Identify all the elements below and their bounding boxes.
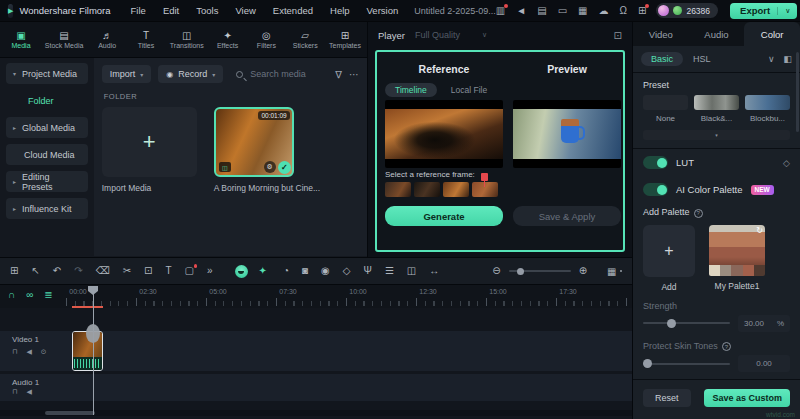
help-icon[interactable]: ? [722, 342, 731, 351]
tab-stickers[interactable]: ▱ Stickers [290, 31, 320, 49]
device-icon[interactable]: ▭ [558, 6, 567, 16]
color-match-icon[interactable] [235, 265, 248, 278]
sidebar-item-influence-kit[interactable]: ▸ Influence Kit [6, 198, 88, 219]
redo-icon[interactable]: ↷ [74, 266, 82, 276]
protect-value-box[interactable]: 0.00 [738, 355, 790, 372]
chevron-down-icon[interactable]: ∨ [768, 54, 775, 64]
reference-thumb-1[interactable] [385, 182, 411, 197]
mic-icon[interactable]: Ψ [364, 266, 372, 276]
subtab-basic[interactable]: Basic [641, 52, 683, 66]
mask-icon[interactable]: ▢ [185, 266, 194, 276]
tab-stock-media[interactable]: ▤ Stock Media [45, 31, 84, 49]
eye-icon[interactable]: ⊙ [41, 348, 47, 356]
sidebar-item-cloud-media[interactable]: Cloud Media [6, 144, 88, 165]
headset-icon[interactable]: Ω [620, 6, 627, 16]
search-input[interactable] [248, 68, 328, 80]
gear-icon[interactable]: ⚙ [264, 161, 276, 173]
menu-version[interactable]: Version [367, 5, 399, 16]
sidebar-item-editing-presets[interactable]: ▸ Editing Presets [6, 171, 88, 192]
player-layout-icon[interactable]: ⊡ [614, 30, 622, 41]
reference-thumb-2[interactable] [414, 182, 440, 197]
ai-tool-icon[interactable]: ✦ [259, 266, 267, 276]
save-apply-button[interactable]: Save & Apply [513, 206, 621, 226]
speaker-icon[interactable]: ◀ [26, 388, 31, 396]
tab-media[interactable]: ▣ Media [6, 31, 36, 49]
menu-help[interactable]: Help [330, 5, 350, 16]
ai-color-palette-toggle[interactable] [643, 183, 668, 196]
tab-local-file[interactable]: Local File [441, 83, 497, 97]
my-palette-tile[interactable]: ↻ [709, 225, 765, 276]
reset-button[interactable]: Reset [643, 389, 691, 407]
speaker-icon[interactable]: ◀ [26, 348, 31, 356]
menu-extended[interactable]: Extended [273, 5, 313, 16]
text-tool-icon[interactable]: T [165, 266, 171, 276]
cloud-upload-icon[interactable]: ☁ [599, 6, 609, 16]
apps-grid-icon[interactable]: ⊞ [638, 6, 646, 16]
task-list-icon[interactable]: ▤ [537, 6, 546, 16]
export-chevron-icon[interactable]: ∨ [777, 7, 797, 15]
more-icon[interactable]: ⋯ [349, 69, 359, 80]
timeline-zoom-slider[interactable] [509, 270, 571, 272]
tab-filters[interactable]: ◎ Filters [251, 31, 281, 49]
crop-icon[interactable]: ⊡ [144, 266, 152, 276]
refresh-icon[interactable]: ↻ [756, 226, 763, 235]
lock-icon[interactable]: ⊓ [12, 388, 17, 396]
reference-thumb-4[interactable] [472, 182, 498, 197]
tab-audio[interactable]: Audio [689, 22, 745, 46]
export-button[interactable]: Export ∨ [730, 3, 797, 19]
sidebar-item-global-media[interactable]: ▸ Global Media [6, 117, 88, 138]
delete-icon[interactable]: ⌫ [96, 266, 110, 276]
strength-value-box[interactable]: 30.00 % [738, 315, 790, 332]
protect-slider[interactable] [643, 363, 730, 365]
timeline-scrollbar-thumb[interactable] [45, 411, 95, 415]
save-icon[interactable]: ▦ [578, 6, 587, 16]
tab-video[interactable]: Video [633, 22, 689, 46]
quality-select[interactable]: Full Quality ∨ [415, 30, 487, 40]
tab-audio[interactable]: ♬ Audio [92, 31, 122, 49]
tab-titles[interactable]: T Titles [131, 31, 161, 49]
save-as-custom-button[interactable]: Save as Custom [704, 389, 790, 407]
gift-icon[interactable]: ▥ [496, 6, 505, 16]
screen-record-icon[interactable]: ◉ [321, 266, 330, 276]
tab-transitions[interactable]: ◫ Transitions [170, 31, 204, 49]
marker-icon[interactable]: ☰ [385, 266, 394, 276]
tab-timeline[interactable]: Timeline [385, 83, 437, 97]
account-pill[interactable]: 26386 [656, 3, 718, 18]
select-tool-icon[interactable]: ↖ [31, 266, 39, 276]
timeline-scrollbar[interactable] [0, 410, 632, 416]
playhead-grip[interactable] [86, 324, 100, 343]
clip-preview-icon[interactable]: ◫ [407, 266, 416, 276]
subtab-hsl[interactable]: HSL [693, 54, 711, 64]
record-button[interactable]: ◉ Record ▾ [158, 65, 223, 83]
playhead-line[interactable] [93, 294, 95, 415]
preset-expand-bar[interactable]: ▾ [643, 130, 790, 140]
preset-blockbuster[interactable]: Blockbu... [745, 95, 790, 123]
toolbox-grid-icon[interactable]: ⊞ [10, 266, 18, 276]
tracks-icon[interactable]: ≣ [44, 289, 52, 300]
lut-toggle[interactable] [643, 156, 668, 169]
sidebar-item-folder[interactable]: Folder [6, 90, 88, 111]
snapshot-icon[interactable]: ◙ [302, 266, 308, 276]
link-icon[interactable]: ∞ [26, 289, 33, 300]
help-icon[interactable]: ? [694, 209, 703, 218]
menu-file[interactable]: File [131, 5, 146, 16]
preset-none[interactable]: None [643, 95, 688, 123]
panel-scrollbar[interactable] [796, 52, 799, 132]
shield-icon[interactable]: ◇ [343, 266, 351, 276]
filter-icon[interactable]: ∇ [335, 69, 342, 80]
zoom-in-icon[interactable]: ⊕ [579, 266, 587, 276]
audio-track[interactable]: Audio 1 ⊓ ◀ [0, 374, 632, 401]
track-manager-button[interactable]: ▦ [607, 266, 622, 277]
more-tools-icon[interactable]: » [207, 266, 213, 276]
import-button[interactable]: Import ▾ [102, 65, 152, 83]
avatar[interactable] [658, 5, 669, 16]
menu-view[interactable]: View [235, 5, 255, 16]
sidebar-item-project-media[interactable]: ▾ Project Media [6, 63, 88, 84]
strength-slider[interactable] [643, 322, 730, 324]
preset-black-white[interactable]: Black&... [694, 95, 739, 123]
tab-effects[interactable]: ✦ Effects [213, 31, 243, 49]
generate-button[interactable]: Generate [385, 206, 503, 226]
reference-thumb-3[interactable] [443, 182, 469, 197]
compare-icon[interactable]: ◧ [783, 54, 792, 64]
tab-color[interactable]: Color [744, 22, 800, 46]
